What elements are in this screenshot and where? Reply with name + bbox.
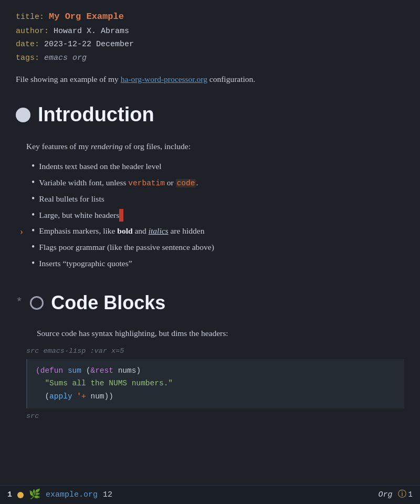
metadata-block: title: My Org Example author: Howard X. …: [16, 9, 404, 65]
main-content: title: My Org Example author: Howard X. …: [0, 0, 420, 453]
bullet-dot: •: [32, 177, 35, 187]
author-value: Howard X. Abrams: [54, 27, 129, 36]
intro-text-before: File showing an example of my: [16, 75, 121, 83]
list-item: • Flags poor grammar (like the passive s…: [32, 239, 404, 256]
bullet-dot: •: [32, 226, 35, 235]
code-line-2: "Sums all the NUMS numbers.": [36, 377, 396, 390]
meta-tags-line: tags: emacs org: [16, 51, 404, 65]
author-key: author:: [16, 27, 49, 36]
code-block: (defun sum (&rest nums) "Sums all the NU…: [26, 359, 404, 408]
info-circle-icon: ⓘ: [398, 488, 406, 502]
code-text: code: [176, 179, 196, 187]
code-apply-open: (: [36, 392, 49, 401]
kw-quote: ': [77, 392, 81, 401]
body-text-before: Key features of my: [26, 142, 91, 151]
string-text: "Sums all the NUMS numbers.": [45, 379, 173, 387]
code-nums: nums): [113, 366, 141, 375]
date-key: date:: [16, 40, 39, 49]
status-info-count: 1: [408, 489, 413, 500]
heading-introduction-text: Introduction: [38, 99, 154, 131]
section1-body: Key features of my rendering of org file…: [16, 140, 404, 272]
heading-code-blocks-text: Code Blocks: [51, 288, 165, 318]
list-item: • Real bullets for lists: [32, 191, 404, 207]
src-label-top: src emacs-lisp :var x=5: [26, 345, 404, 357]
intro-text-after: configuration.: [207, 75, 255, 83]
heading-code-blocks: * Code Blocks: [16, 288, 404, 318]
heading-prefix: *: [16, 293, 23, 312]
status-bar: 1 🌿 example.org 12 Org ⓘ 1: [0, 485, 420, 504]
kw-rest: &rest: [90, 366, 113, 375]
list-item-text: Large, but white headers: [39, 209, 123, 222]
bullet-dot: •: [32, 242, 35, 251]
code-section-intro: Source code has syntax highlighting, but…: [37, 327, 404, 340]
meta-author-line: author: Howard X. Abrams: [16, 25, 404, 38]
bold-text: bold: [117, 226, 132, 235]
status-info-block: ⓘ 1: [398, 488, 413, 502]
kw-defun: (defun: [36, 366, 63, 375]
emacs-icon: 🌿: [29, 487, 40, 502]
status-filename[interactable]: example.org: [46, 489, 98, 501]
title-key: title:: [16, 13, 44, 22]
date-value: 2023-12-22 December: [44, 40, 134, 49]
section1-intro-text: Key features of my rendering of org file…: [26, 140, 404, 153]
bullet-dot: •: [32, 210, 35, 219]
verbatim-text: verbatim: [128, 179, 165, 187]
status-col-number: 12: [103, 489, 112, 501]
feature-list: • Indents text based on the header level…: [32, 159, 404, 272]
list-item-text: Emphasis markers, like bold and italics …: [39, 225, 204, 238]
src-label-bottom: src: [26, 411, 404, 422]
org-link[interactable]: ha-org-word-processor.org: [121, 75, 207, 83]
list-item-text: Flags poor grammar (like the passive sen…: [39, 241, 214, 254]
status-line-number: 1: [7, 489, 12, 501]
code-line-3: (apply '+ num)): [36, 390, 396, 403]
heading-bullet-filled: [16, 108, 30, 122]
list-item: • Indents text based on the header level: [32, 159, 404, 175]
kw-sum: sum: [68, 366, 81, 375]
code-section: Source code has syntax highlighting, but…: [26, 327, 404, 422]
tags-key: tags:: [16, 54, 39, 62]
tags-value: emacs org: [44, 54, 87, 62]
meta-date-line: date: 2023-12-22 December: [16, 38, 404, 51]
code-line-1: (defun sum (&rest nums): [36, 364, 396, 377]
status-mode: Org: [379, 489, 393, 501]
kw-apply: apply: [49, 392, 72, 401]
list-item-text: Real bullets for lists: [39, 193, 104, 206]
left-arrow-icon: ›: [20, 224, 23, 239]
body-text-suffix: of org files, include:: [123, 142, 191, 151]
heading-2-bullet: [30, 296, 44, 310]
italic-text: italics: [149, 226, 169, 235]
code-num-close: num)): [86, 392, 113, 401]
list-item: • Inserts “typographic quotes”: [32, 256, 404, 272]
intro-paragraph: File showing an example of my ha-org-wor…: [16, 73, 404, 86]
list-item-text: Variable width font, unless verbatim or …: [39, 176, 198, 190]
list-item: • Variable width font, unless verbatim o…: [32, 175, 404, 191]
list-item: • Large, but white headers: [32, 207, 404, 224]
cursor: [119, 209, 123, 222]
status-dot-indicator: [17, 492, 24, 498]
title-value: My Org Example: [49, 12, 124, 22]
bullet-dot: •: [32, 161, 35, 171]
body-text-italic: rendering: [91, 142, 123, 151]
kw-plus: +: [81, 392, 86, 401]
meta-title-line: title: My Org Example: [16, 9, 404, 25]
bullet-dot: •: [32, 194, 35, 203]
list-item-text: Inserts “typographic quotes”: [39, 257, 132, 270]
heading-introduction: Introduction: [16, 99, 404, 131]
list-item-text: Indents text based on the header level: [39, 160, 161, 173]
bullet-dot: •: [32, 258, 35, 268]
list-item-emphasis: › • Emphasis markers, like bold and ital…: [32, 223, 404, 239]
